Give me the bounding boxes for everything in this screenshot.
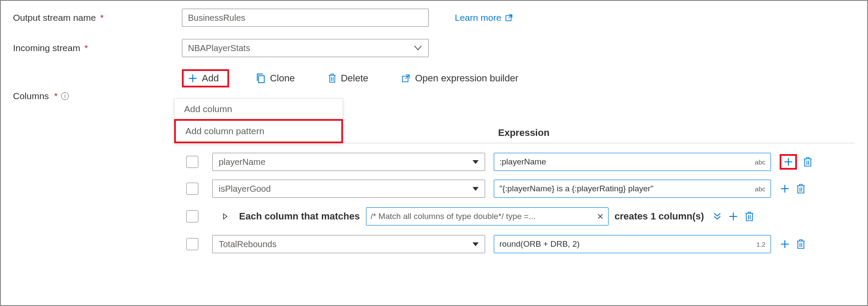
copy-icon [256,73,266,84]
add-column-pattern-menu-item[interactable]: Add column pattern [174,119,343,143]
open-builder-label: Open expression builder [415,73,518,84]
incoming-stream-value[interactable] [182,39,429,57]
column-name-value: playerName [219,157,266,167]
open-expression-builder-button[interactable]: Open expression builder [395,70,524,87]
expression-input[interactable]: round(ORB + DRB, 2) 1.2 [494,235,771,253]
row-checkbox[interactable] [186,238,198,250]
delete-label: Delete [341,73,369,84]
add-row-button[interactable] [780,184,790,194]
delete-button[interactable]: Delete [322,70,375,87]
svg-rect-1 [259,76,264,83]
output-stream-row: Output stream name * Learn more [13,9,855,27]
caret-down-icon [473,242,479,246]
toolbar-row: Add Clone Delete [13,69,855,87]
learn-more-text: Learn more [455,13,501,23]
delete-row-button[interactable] [796,238,806,250]
incoming-stream-select[interactable] [182,39,429,57]
pattern-suffix-label: creates 1 column(s) [615,211,704,222]
caret-down-icon [473,187,479,191]
clone-label: Clone [270,73,295,84]
columns-grid: Expression playerName :playerName abc [182,127,855,258]
expression-input[interactable]: "{:playerName} is a {:playerRating} play… [494,180,771,198]
column-row: isPlayerGood "{:playerName} is a {:playe… [182,175,855,202]
columns-label: Columns * i [13,91,182,101]
learn-more-link[interactable]: Learn more [455,13,513,23]
row-checkbox[interactable] [186,210,198,222]
column-pattern-row: Each column that matches /* Match all co… [182,202,855,231]
double-chevron-down-icon[interactable] [713,212,722,221]
pattern-match-text: /* Match all columns of type double*/ ty… [371,212,593,221]
columns-label-row: Columns * i [13,91,855,101]
incoming-stream-row: Incoming stream * [13,39,855,57]
column-row: TotalRebounds round(ORB + DRB, 2) 1.2 [182,231,855,258]
required-star: * [100,13,104,23]
pattern-prefix-label: Each column that matches [239,211,360,222]
add-row-button[interactable] [728,211,738,222]
row-checkbox[interactable] [186,156,198,168]
add-row-button[interactable] [780,239,790,249]
column-row: playerName :playerName abc [182,148,855,175]
form-panel: Output stream name * Learn more Incoming… [0,0,868,306]
columns-toolbar: Add Clone Delete [182,69,525,87]
column-name-value: TotalRebounds [219,239,276,249]
output-stream-input[interactable] [182,9,429,27]
trash-icon [328,73,337,84]
column-name-value: isPlayerGood [219,184,271,194]
expression-text: round(ORB + DRB, 2) [499,239,580,249]
info-icon[interactable]: i [61,92,69,100]
row-checkbox[interactable] [186,183,198,195]
add-label: Add [202,73,219,84]
column-name-select[interactable]: isPlayerGood [212,180,485,198]
delete-row-button[interactable] [803,156,813,167]
incoming-stream-label-text: Incoming stream [13,43,80,53]
expression-text: :playerName [499,157,546,167]
add-row-button[interactable] [780,154,797,170]
plus-icon [188,74,198,83]
external-link-icon [401,74,411,83]
expand-toggle[interactable] [223,213,228,220]
delete-row-button[interactable] [796,183,806,194]
add-column-menu-item[interactable]: Add column [175,99,343,119]
add-dropdown-menu: Add column Add column pattern [174,98,343,143]
clear-icon[interactable] [597,213,604,220]
expression-input[interactable]: :playerName abc [494,153,771,171]
output-stream-label-text: Output stream name [13,13,96,23]
output-stream-label: Output stream name * [13,13,182,23]
expression-header: Expression [494,127,855,139]
type-badge: 1.2 [756,241,765,248]
clone-button[interactable]: Clone [250,70,301,87]
required-star: * [54,91,58,101]
column-name-select[interactable]: TotalRebounds [212,235,485,253]
caret-down-icon [473,160,479,164]
column-name-select[interactable]: playerName [212,153,485,171]
incoming-stream-label: Incoming stream * [13,43,182,53]
columns-label-text: Columns [13,91,49,101]
required-star: * [84,43,88,53]
pattern-match-input[interactable]: /* Match all columns of type double*/ ty… [366,207,609,225]
type-badge: abc [755,185,765,193]
type-badge: abc [755,158,765,166]
expression-text: "{:playerName} is a {:playerRating} play… [499,184,654,193]
delete-row-button[interactable] [745,211,754,222]
external-link-icon [505,13,513,22]
add-button[interactable]: Add [182,69,229,87]
